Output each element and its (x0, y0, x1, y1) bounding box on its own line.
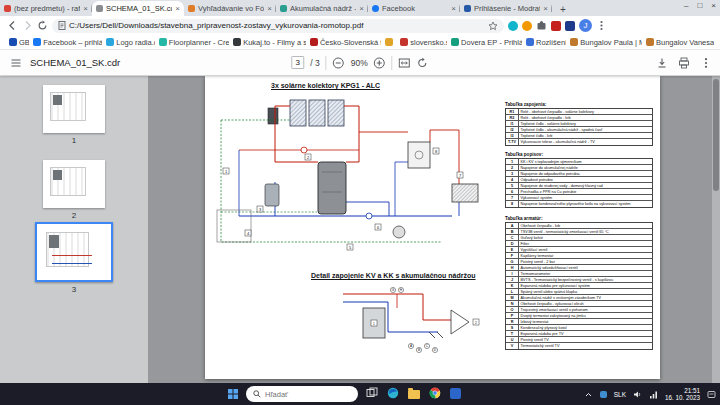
row-id: J (506, 277, 519, 282)
extension-icon-red[interactable] (551, 21, 561, 31)
bookmark-favicon (9, 38, 17, 46)
forward-icon[interactable] (22, 20, 33, 31)
file-explorer-icon[interactable] (408, 390, 420, 399)
page-total-label: / 3 (310, 58, 319, 68)
bookmark-label: Bungalov Vanesa |... (656, 38, 714, 47)
extensions-puzzle-icon[interactable] (536, 20, 547, 31)
zoom-out-icon[interactable] (333, 57, 345, 69)
tab-schema-pdf[interactable]: SCHEMA_01_SK.cdr × (92, 1, 184, 16)
row-id: N (506, 301, 519, 306)
bookmark-item[interactable]: Logo radia.cz (103, 38, 155, 47)
start-button-icon[interactable] (228, 389, 238, 399)
url-omnibox[interactable]: C:/Users/Dell/Downloads/stavebna_priprav… (52, 19, 504, 33)
schema-main-title: 3x solárne kolektory KPG1 - ALC (271, 82, 380, 89)
row-id: C (506, 235, 519, 240)
extension-icon-navy[interactable] (565, 21, 575, 31)
taskbar-search-input[interactable] (265, 390, 345, 399)
tab-close-icon[interactable]: × (175, 5, 180, 12)
tab-close-icon[interactable]: × (267, 5, 272, 12)
bookmark-item[interactable]: Kukaj.to - Filmy a se... (230, 38, 306, 47)
taskbar-search-box[interactable] (246, 386, 358, 402)
row-text: Filter (519, 241, 652, 246)
bookmark-star-icon[interactable] (488, 21, 498, 31)
table-body: 1 KK i KV s teplovodným výmenníkom 2 Nap… (505, 158, 653, 208)
extension-icon-teal[interactable] (508, 21, 518, 31)
tab-close-icon[interactable]: × (543, 5, 548, 12)
zoom-in-icon[interactable] (374, 57, 386, 69)
fit-to-width-icon[interactable] (399, 57, 411, 69)
tab-title: (bez predmetu) - rafajan... (14, 4, 80, 13)
bookmark-item[interactable]: Floorplanner - Crea... (156, 38, 229, 47)
menu-hamburger-icon[interactable] (10, 57, 22, 69)
row-id: U (506, 337, 519, 342)
tab-modratechni[interactable]: Prihlásenie - Modratechni... × (460, 1, 552, 16)
table-row: T-TV Vykurovacie teleso - akumulačná nád… (506, 139, 652, 145)
extension-icon-orange[interactable] (522, 21, 532, 31)
new-tab-button[interactable]: + (556, 2, 570, 16)
window-maximize-button[interactable]: □ (697, 1, 702, 10)
windows-taskbar: SLK 21:51 16. 10. 2023 (0, 383, 720, 405)
reload-icon[interactable] (37, 20, 48, 31)
bookmark-item[interactable]: Facebook – prihlás... (30, 38, 102, 47)
window-close-button[interactable]: × (711, 1, 716, 10)
file-document-icon (58, 21, 66, 30)
page-thumbnail-1[interactable] (43, 85, 105, 133)
tab-close-icon[interactable]: × (83, 5, 88, 12)
clock-date: 16. 10. 2023 (665, 394, 700, 402)
volume-icon[interactable] (633, 390, 642, 399)
zoom-level-label[interactable]: 90% (351, 58, 368, 68)
page-number-input[interactable] (291, 56, 304, 69)
task-view-icon[interactable] (366, 387, 378, 399)
tray-chevron-up-icon[interactable] (584, 390, 593, 399)
site-favicon (464, 5, 471, 12)
tab-facebook[interactable]: Facebook × (368, 1, 460, 16)
row-text: Kapilárny termostat (519, 253, 652, 258)
window-minimize-button[interactable]: – (684, 1, 688, 10)
tab-mail[interactable]: (bez predmetu) - rafajan... × (0, 1, 92, 16)
bookmark-item[interactable]: Dovera EP - Prihlás... (448, 38, 522, 47)
bookmark-item[interactable]: Bungalov Paula | Mi... (567, 38, 642, 47)
bookmark-item[interactable]: Rozlíšenia (523, 38, 566, 47)
row-text: Vypúšťací ventil (519, 247, 652, 252)
browser-menu-icon[interactable] (596, 20, 607, 31)
back-icon[interactable] (7, 20, 18, 31)
edge-browser-icon[interactable] (387, 387, 399, 399)
tab-close-icon[interactable]: × (359, 5, 364, 12)
bookmark-item[interactable] (382, 38, 396, 46)
tab-close-icon[interactable]: × (451, 5, 456, 12)
tab-akumulacna-nadrz[interactable]: Akumulačná nádrž - máto... × (276, 1, 368, 16)
page-thumbnail-3-selected[interactable] (35, 222, 113, 282)
bookmark-item[interactable]: slovensko.sk (397, 38, 447, 47)
detail-connection-schematic: G H A B C D 1 2 (333, 282, 488, 372)
row-text: Relé - obehové čerpadlo - solárne kolekt… (519, 109, 652, 114)
row-text: Kondenzačný plynový kotol (519, 325, 652, 330)
profile-avatar[interactable]: J (579, 19, 592, 32)
chrome-browser-icon[interactable] (429, 387, 441, 399)
vertical-scrollbar[interactable] (712, 76, 720, 383)
tab-forum-search[interactable]: Vyhľadávanie vo Fóre | M... × (184, 1, 276, 16)
row-text: Vykurovací systém (519, 195, 652, 200)
download-icon[interactable] (656, 57, 668, 69)
taskbar-clock[interactable]: 21:51 16. 10. 2023 (665, 387, 700, 402)
rotate-icon[interactable] (417, 57, 429, 69)
notification-center-icon[interactable] (707, 390, 716, 399)
row-text: Poistný ventil - 2 bar (519, 259, 652, 264)
print-icon[interactable] (678, 57, 690, 69)
row-text: Teplotné čidlo - solárne kolektory (519, 121, 652, 126)
schema-detail-title: Detail zapojenie KV a KK s akumulačnou n… (311, 272, 476, 279)
network-icon[interactable] (649, 390, 658, 399)
tray-app-icon[interactable] (600, 391, 607, 398)
app-icon-blue[interactable] (450, 388, 461, 399)
toolbar-divider (326, 56, 327, 70)
bookmark-item[interactable]: Bungalov Vanesa |... (643, 38, 714, 47)
pdf-page-controls: / 3 90% (291, 56, 428, 70)
language-indicator[interactable]: SLK (614, 391, 626, 398)
row-text: Napojenie do studenej vody - domový hlav… (519, 183, 652, 188)
page-thumbnail-2[interactable] (43, 160, 105, 208)
row-text: Prechodka z PPR na Cu potrubie (519, 189, 652, 194)
bookmark-item[interactable]: GB (6, 38, 29, 47)
more-options-icon[interactable] (700, 57, 712, 69)
bookmark-item[interactable]: Česko-Slovenská fil... (307, 38, 381, 47)
scrollbar-thumb[interactable] (713, 79, 719, 191)
gmail-favicon (4, 5, 11, 12)
